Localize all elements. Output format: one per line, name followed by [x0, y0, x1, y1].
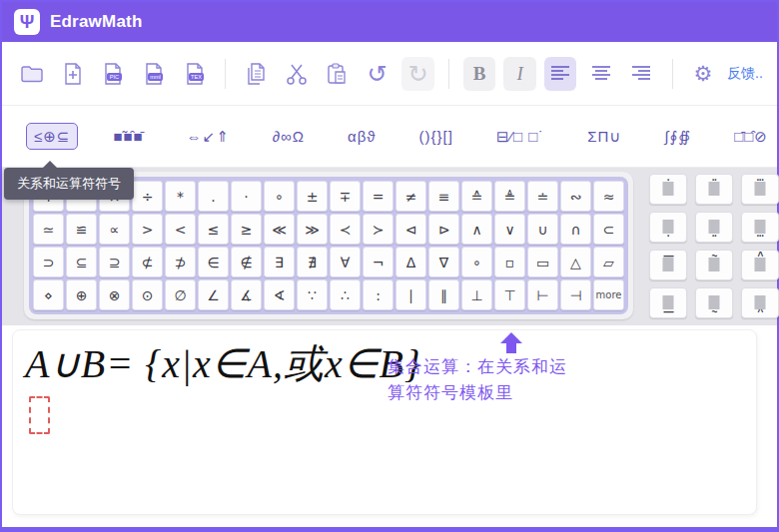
symbol-cell[interactable]: ≫ — [297, 214, 328, 245]
symbol-cell[interactable]: ⊅ — [165, 247, 196, 277]
symbol-cell[interactable]: ⊥ — [461, 279, 492, 310]
symbol-cell[interactable]: ≠ — [395, 181, 426, 212]
symbol-cell[interactable]: ≪ — [264, 214, 295, 245]
align-center-button[interactable] — [584, 57, 617, 91]
symbol-cell[interactable]: ≐ — [527, 181, 558, 212]
paste-button[interactable] — [321, 57, 354, 91]
align-left-button[interactable] — [544, 57, 577, 91]
symbol-cell[interactable]: ≈ — [593, 181, 624, 212]
symbol-cell[interactable]: ⊇ — [99, 247, 130, 277]
symbol-cell[interactable]: ⊄ — [132, 247, 163, 277]
accent-template-below[interactable]: ··· — [741, 212, 779, 243]
symbol-cell[interactable]: ⊃ — [33, 247, 64, 277]
cut-button[interactable] — [280, 57, 313, 91]
symbol-cell[interactable]: ⊳ — [428, 214, 459, 245]
italic-button[interactable]: I — [503, 57, 536, 91]
accent-template-below[interactable]: — — [649, 287, 687, 318]
accent-template-below[interactable]: ~ — [695, 287, 733, 318]
symbol-cell[interactable]: ⊗ — [99, 279, 130, 310]
symbol-cell[interactable]: ∨ — [494, 214, 525, 245]
symbol-cell[interactable]: = — [363, 181, 393, 212]
accent-template-below[interactable]: ^ — [741, 287, 779, 318]
export-latex-button[interactable]: TEX — [178, 57, 211, 91]
symbol-cell[interactable]: ≌ — [66, 214, 97, 245]
symbol-cell[interactable]: . — [198, 181, 229, 212]
symbol-cell[interactable]: ∥ — [428, 279, 459, 310]
symbol-cell[interactable]: · — [231, 181, 262, 212]
symbol-cell[interactable]: ∀ — [330, 247, 361, 277]
symbol-cell[interactable]: ⊕ — [66, 279, 97, 310]
symbol-cell[interactable]: ⊢ — [527, 279, 558, 310]
symbol-cell[interactable]: ∢ — [264, 279, 295, 310]
accent-template-above[interactable]: ·· — [695, 174, 733, 205]
open-file-button[interactable] — [16, 57, 49, 91]
symbol-cell[interactable]: ≥ — [231, 214, 262, 245]
symbol-cell[interactable]: ▱ — [593, 247, 624, 277]
symbol-cell[interactable]: ≙ — [461, 181, 492, 212]
symbol-cell[interactable]: * — [165, 181, 196, 212]
symbol-cell[interactable]: ⊲ — [395, 214, 426, 245]
symbol-cell[interactable]: ∘ — [264, 181, 295, 212]
category-misc-symbols[interactable]: ∂∞Ω — [265, 123, 313, 150]
undo-button[interactable]: ↺ — [362, 57, 394, 91]
accent-template-below[interactable]: · — [649, 212, 687, 243]
symbol-cell[interactable]: ∝ — [99, 214, 130, 245]
symbol-cell[interactable]: ∄ — [297, 247, 328, 277]
category-integrals[interactable]: ∫∮∯ — [656, 123, 699, 150]
symbol-cell[interactable]: ≻ — [363, 214, 393, 245]
symbol-cell[interactable]: △ — [560, 247, 591, 277]
symbol-cell[interactable]: ⊙ — [132, 279, 163, 310]
redo-button[interactable]: ↻ — [401, 57, 434, 91]
settings-button[interactable]: ⚙ — [687, 57, 720, 91]
symbol-cell[interactable]: ▫ — [494, 247, 525, 277]
symbol-cell[interactable]: ± — [297, 181, 328, 212]
symbol-cell[interactable]: ∉ — [231, 247, 262, 277]
symbol-cell[interactable]: ∧ — [461, 214, 492, 245]
symbol-cell[interactable]: ∘ — [461, 247, 492, 277]
symbol-cell[interactable]: ∾ — [560, 181, 591, 212]
symbol-cell[interactable]: ∅ — [165, 279, 196, 310]
accent-template-below[interactable]: ·· — [695, 212, 733, 243]
symbol-cell[interactable]: ≡ — [428, 181, 459, 212]
copy-button[interactable] — [240, 57, 273, 91]
symbol-cell[interactable]: ÷ — [132, 181, 163, 212]
category-brackets[interactable]: (){}[] — [411, 123, 461, 150]
export-image-button[interactable]: PIC — [97, 57, 130, 91]
symbol-cell[interactable]: < — [165, 214, 196, 245]
symbol-cell[interactable]: Δ — [395, 247, 426, 277]
symbol-cell[interactable]: ∴ — [330, 279, 361, 310]
symbol-cell[interactable]: ∣ — [395, 279, 426, 310]
symbol-cell[interactable]: ▭ — [527, 247, 558, 277]
accent-template-above[interactable]: ^ — [741, 250, 779, 280]
symbol-cell[interactable]: ∠ — [198, 279, 229, 310]
symbol-cell[interactable]: ⊆ — [66, 247, 97, 277]
more-symbols-button[interactable]: more — [593, 279, 624, 310]
export-mathml-button[interactable]: mml — [138, 57, 171, 91]
symbol-cell[interactable]: ≺ — [330, 214, 361, 245]
symbol-cell[interactable]: ∃ — [264, 247, 295, 277]
accent-template-above[interactable]: ··· — [741, 174, 779, 205]
accent-template-above[interactable]: · — [649, 174, 687, 205]
category-fractions-scripts[interactable]: ⊟⁄□ □˙ — [488, 123, 552, 150]
symbol-cell[interactable]: ∩ — [560, 214, 591, 245]
equation-canvas[interactable]: A∪B= {x|x∈A,或x∈B} 集合运算：在关系和运 算符符号模板里 — [12, 329, 757, 515]
category-relations-operators[interactable]: ≤⊕⊆ — [26, 123, 78, 150]
accent-template-above[interactable]: ~ — [695, 250, 733, 280]
symbol-cell[interactable]: ∇ — [428, 247, 459, 277]
symbol-cell[interactable]: ∡ — [231, 279, 262, 310]
empty-slot-placeholder[interactable] — [29, 396, 50, 434]
align-right-button[interactable] — [625, 57, 658, 91]
category-big-operators[interactable]: ΣΠ∪ — [579, 123, 629, 150]
symbol-cell[interactable]: ¬ — [363, 247, 393, 277]
symbol-cell[interactable]: ⊣ — [560, 279, 591, 310]
bold-button[interactable]: B — [463, 57, 496, 91]
category-greek-letters[interactable]: αβϑ — [340, 123, 385, 150]
feedback-link[interactable]: 反馈.. — [727, 65, 763, 83]
symbol-cell[interactable]: ∪ — [527, 214, 558, 245]
symbol-cell[interactable]: ∈ — [198, 247, 229, 277]
symbol-cell[interactable]: ≜ — [494, 181, 525, 212]
symbol-cell[interactable]: > — [132, 214, 163, 245]
symbol-cell[interactable]: ≤ — [198, 214, 229, 245]
new-document-button[interactable] — [57, 57, 90, 91]
category-overbars-accents[interactable]: □̄□̂⊘ — [726, 123, 776, 150]
